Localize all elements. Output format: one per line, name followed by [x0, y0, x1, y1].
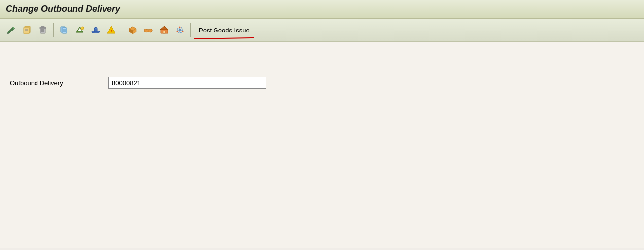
svg-point-35	[177, 31, 178, 32]
toolbar: !	[0, 19, 644, 42]
alert-icon: !	[106, 25, 117, 35]
house-button[interactable]	[157, 23, 172, 37]
svg-point-22	[94, 28, 97, 29]
copy-icon	[22, 25, 33, 35]
house-icon	[159, 25, 170, 35]
hat-button[interactable]	[88, 23, 103, 37]
svg-point-31	[179, 29, 181, 31]
doc-copy-icon	[59, 25, 70, 35]
doc-copy-button[interactable]	[57, 23, 72, 37]
post-goods-issue-button[interactable]: Post Goods Issue	[194, 25, 254, 36]
hat-icon	[90, 25, 101, 35]
svg-text:!: !	[111, 29, 112, 33]
svg-marker-29	[160, 26, 168, 30]
separator-2	[122, 23, 122, 37]
page-title: Change Outbound Delivery	[6, 4, 638, 14]
outbound-delivery-label: Outbound Delivery	[10, 79, 108, 87]
title-bar: Change Outbound Delivery	[0, 0, 644, 19]
alert-button[interactable]: !	[104, 23, 119, 37]
mountain-icon	[74, 25, 85, 35]
svg-point-34	[182, 31, 184, 32]
outbound-delivery-row: Outbound Delivery	[10, 77, 634, 89]
pencil-icon	[6, 25, 17, 35]
config-icon	[175, 25, 185, 35]
svg-rect-2	[24, 27, 29, 34]
svg-rect-30	[163, 31, 165, 33]
mountain-button[interactable]	[72, 23, 87, 37]
config-button[interactable]	[173, 23, 187, 37]
hands-button[interactable]	[141, 23, 156, 37]
svg-rect-8	[41, 26, 44, 27]
svg-rect-0	[7, 33, 9, 34]
box-icon	[127, 25, 138, 35]
edit-button[interactable]	[4, 23, 19, 37]
trash-icon	[37, 25, 48, 35]
hands-icon	[143, 25, 154, 35]
separator-3	[190, 23, 191, 37]
copy-button[interactable]	[20, 23, 35, 37]
delete-button[interactable]	[36, 23, 50, 37]
separator-1	[53, 23, 54, 37]
box-button[interactable]	[125, 23, 140, 37]
outbound-delivery-input[interactable]	[108, 77, 266, 89]
svg-point-33	[179, 27, 181, 28]
svg-point-19	[81, 27, 84, 30]
content-area: Outbound Delivery	[0, 42, 644, 248]
